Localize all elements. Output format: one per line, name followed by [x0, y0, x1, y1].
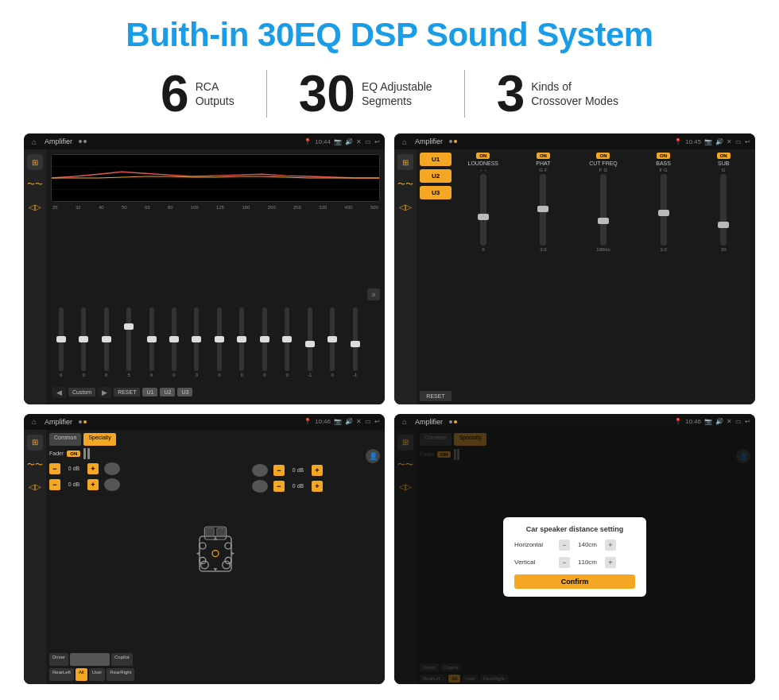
- amp2-screen-content: ⊞ 〜〜 ◁▷ U1 U2 U3 RESET ON L: [394, 149, 755, 404]
- vol-minus-1[interactable]: −: [49, 463, 60, 474]
- bottom-label-row-cross: Driver Copilot: [49, 653, 382, 666]
- person-icon-cross[interactable]: 👤: [366, 449, 380, 463]
- eq-reset-btn[interactable]: RESET: [114, 388, 140, 396]
- amp2-left-panel: U1 U2 U3 RESET: [420, 153, 452, 401]
- eq-icon-1[interactable]: ⊞: [27, 154, 43, 170]
- stat-number-crossover: 3: [497, 68, 525, 119]
- back-icon: ↩: [374, 138, 380, 145]
- cross-icon-3[interactable]: ◁▷: [27, 479, 43, 495]
- cutfreq-on[interactable]: ON: [596, 153, 610, 159]
- eq-icon-2[interactable]: 〜〜: [27, 176, 43, 192]
- vol-minus-3[interactable]: −: [273, 465, 285, 476]
- horizontal-plus-btn[interactable]: +: [605, 540, 616, 551]
- channel-bass: ON BASS FG 3.0: [635, 153, 692, 401]
- amp2-icon-1[interactable]: ⊞: [397, 154, 413, 170]
- eq-u2-btn[interactable]: U2: [160, 388, 175, 396]
- vertical-value: 110cm: [573, 559, 602, 566]
- dialog-screen-content: ⊞ 〜〜 ◁▷ Common Specialty Fader ON: [394, 430, 755, 685]
- loudness-on[interactable]: ON: [476, 153, 490, 159]
- cross-time: 10:46: [315, 418, 331, 425]
- vol-icon-3: 🔊: [345, 418, 353, 425]
- back-icon-4: ↩: [745, 418, 750, 425]
- svg-marker-17: [196, 551, 200, 555]
- cross-copilot-btn[interactable]: Copilot: [111, 653, 133, 666]
- loudness-thumb: [478, 214, 489, 220]
- cam-icon-4: 📷: [704, 418, 712, 425]
- eq-slider-1: 0: [73, 307, 93, 377]
- cross-icon-2[interactable]: 〜〜: [27, 457, 43, 473]
- eq-prev-btn[interactable]: ◀: [52, 387, 66, 398]
- vol-plus-4[interactable]: +: [312, 481, 323, 492]
- cam-icon-2: 📷: [704, 138, 712, 145]
- vol-row-1: − 0 dB +: [49, 462, 179, 475]
- dialog-box: Car speaker distance setting Horizontal …: [503, 517, 646, 597]
- stats-row: 6 RCA Outputs 30 EQ Adjustable Segments …: [24, 68, 755, 119]
- crossover-content: Fader ON − 0 dB: [49, 448, 382, 652]
- vertical-plus-btn[interactable]: +: [605, 557, 616, 568]
- cross-icon-1[interactable]: ⊞: [27, 435, 43, 451]
- dialog-overlay: Car speaker distance setting Horizontal …: [394, 430, 755, 685]
- speaker-icon-3: [252, 464, 268, 477]
- crossover-left: Fader ON − 0 dB: [49, 448, 179, 652]
- vol-minus-2[interactable]: −: [49, 479, 60, 490]
- car-diagram: [184, 448, 247, 652]
- amp2-screen-title: Amplifier: [415, 137, 443, 145]
- bass-slider[interactable]: [661, 174, 667, 246]
- amp2-u1-btn[interactable]: U1: [420, 153, 452, 166]
- sub-on[interactable]: ON: [717, 153, 731, 159]
- amp2-main-area: U1 U2 U3 RESET ON LOUDNESS ~~: [417, 149, 755, 404]
- amp2-time: 10:45: [685, 138, 701, 145]
- svg-rect-6: [206, 528, 214, 536]
- dot1: [79, 140, 82, 143]
- horizontal-minus-btn[interactable]: −: [559, 540, 570, 551]
- x-icon: ✕: [356, 138, 362, 145]
- status-bar-amp2: ⌂ Amplifier 📍 10:45 📷 🔊 ✕ ▭ ↩: [394, 133, 755, 149]
- crossover-right: − 0 dB + − 0 dB +: [252, 448, 382, 652]
- phat-slider[interactable]: [540, 174, 546, 246]
- amp2-icon-3[interactable]: ◁▷: [397, 199, 413, 215]
- tab-specialty[interactable]: Specialty: [83, 433, 115, 446]
- amp2-channels: ON LOUDNESS ~~ 0 ON: [455, 153, 752, 401]
- cross-driver-btn[interactable]: Driver: [49, 653, 68, 666]
- cross-rearright-btn[interactable]: RearRight: [107, 668, 134, 681]
- eq-next-btn[interactable]: ▶: [98, 387, 111, 398]
- bass-on[interactable]: ON: [657, 153, 670, 159]
- vol-plus-3[interactable]: +: [312, 465, 323, 476]
- phat-on[interactable]: ON: [537, 153, 550, 159]
- vol-plus-1[interactable]: +: [87, 463, 99, 474]
- pin-icon-4: 📍: [674, 418, 682, 425]
- amp2-icon-2[interactable]: 〜〜: [397, 176, 413, 192]
- cross-all-btn[interactable]: All: [76, 668, 87, 681]
- cutfreq-slider[interactable]: [600, 174, 607, 246]
- sub-slider[interactable]: [720, 174, 727, 246]
- stat-crossover: 3 Kinds of Crossover Modes: [465, 68, 650, 119]
- eq-slider-0: 0: [51, 307, 71, 377]
- x-icon-3: ✕: [356, 418, 362, 425]
- tab-common[interactable]: Common: [49, 433, 81, 446]
- eq-custom-btn[interactable]: Custom: [68, 388, 95, 396]
- eq-screen-content: ⊞ 〜〜 ◁▷: [24, 149, 385, 404]
- confirm-button[interactable]: Confirm: [514, 574, 635, 589]
- amp2-reset-btn[interactable]: RESET: [420, 391, 452, 401]
- eq-icon-3[interactable]: ◁▷: [27, 199, 43, 215]
- cross-rearleft-btn[interactable]: RearLeft: [49, 668, 74, 681]
- vol-plus-2[interactable]: +: [87, 479, 99, 490]
- vertical-minus-btn[interactable]: −: [559, 557, 570, 568]
- eq-slider-8: 0: [232, 307, 252, 377]
- fader-on[interactable]: ON: [67, 451, 80, 457]
- vol-row-2: − 0 dB +: [49, 478, 179, 491]
- eq-u3-btn[interactable]: U3: [177, 388, 192, 396]
- amp2-u2-btn[interactable]: U2: [420, 169, 452, 183]
- eq-slider-5: 0: [164, 307, 184, 377]
- amp2-u3-btn[interactable]: U3: [420, 186, 452, 199]
- loudness-slider[interactable]: [480, 174, 486, 246]
- eq-u1-btn[interactable]: U1: [142, 388, 157, 396]
- vol-icon: 🔊: [345, 138, 353, 145]
- horizontal-value: 140cm: [573, 541, 602, 548]
- cross-user-btn[interactable]: User: [89, 668, 106, 681]
- speaker-icon-1: [104, 462, 120, 475]
- status-dots-amp2: [449, 140, 457, 143]
- vol-minus-4[interactable]: −: [273, 481, 285, 492]
- channel-loudness: ON LOUDNESS ~~ 0: [455, 153, 512, 401]
- home-icon: ⌂: [29, 136, 40, 147]
